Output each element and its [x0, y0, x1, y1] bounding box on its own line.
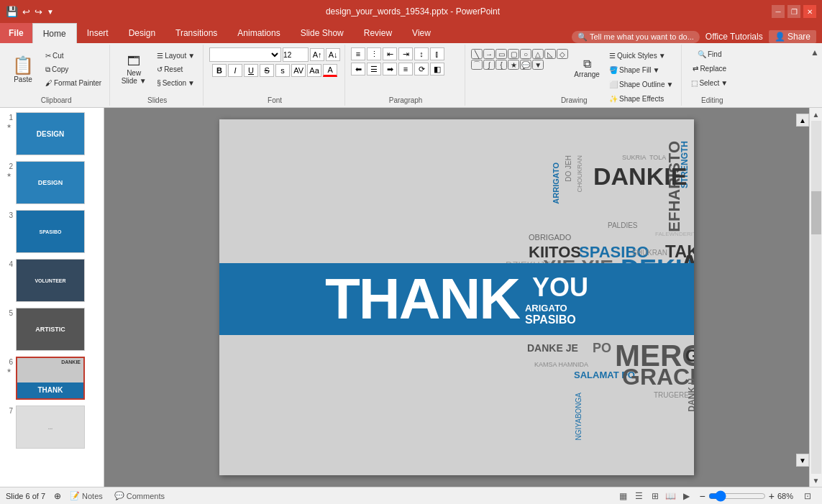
new-slide-button[interactable]: 🗔 NewSlide ▼ [116, 50, 152, 90]
shape-fill-button[interactable]: 🪣 Shape Fill ▼ [606, 63, 677, 76]
select-button[interactable]: ⬚ Select ▼ [688, 76, 731, 89]
font-color-button[interactable]: A [323, 64, 337, 77]
shadow-button[interactable]: s [275, 64, 290, 77]
save-icon[interactable]: 💾 [6, 6, 18, 17]
justify-button[interactable]: ≡ [398, 63, 413, 75]
zoom-out-button[interactable]: − [700, 490, 705, 502]
shape-curve-btn[interactable]: ⌒ [471, 60, 483, 70]
change-case-button[interactable]: Aa [307, 64, 321, 77]
shape-line-btn[interactable]: ╲ [471, 49, 483, 59]
slide-thumb-7[interactable]: 7 ... [3, 404, 101, 450]
zoom-slider[interactable] [708, 492, 766, 500]
shape-diamond-btn[interactable]: ◇ [557, 49, 568, 59]
shape-curve2-btn[interactable]: ∫ [483, 60, 495, 70]
comments-button[interactable]: 💬 Comments [111, 491, 168, 500]
shape-callout-btn[interactable]: 💬 [520, 60, 531, 70]
shape-outline-button[interactable]: ⬜ Shape Outline ▼ [606, 78, 677, 91]
shape-bracket-btn[interactable]: { [496, 60, 507, 70]
undo-icon[interactable]: ↩ [22, 6, 30, 17]
slide-canvas[interactable]: THANK YOU ARIGATO SPASIBO EFHARISTO STRE… [219, 119, 694, 475]
customize-icon[interactable]: ▼ [47, 8, 54, 16]
tab-file[interactable]: File [0, 23, 32, 43]
reading-view-button[interactable]: 📖 [664, 489, 678, 503]
slide-thumb-3[interactable]: 3 SPASIBO [3, 209, 101, 255]
convert-to-smartart-button[interactable]: ◧ [430, 63, 444, 75]
char-spacing-button[interactable]: AV [291, 64, 306, 77]
scroll-up-button[interactable]: ▲ [810, 108, 823, 121]
canvas-scroll-down[interactable]: ▼ [796, 454, 809, 467]
layout-button[interactable]: ☰ Layout ▼ [153, 50, 198, 63]
tab-slideshow[interactable]: Slide Show [291, 23, 354, 43]
tab-animations[interactable]: Animations [227, 23, 290, 43]
bold-button[interactable]: B [212, 64, 227, 77]
underline-button[interactable]: U [244, 64, 258, 77]
tab-home[interactable]: Home [32, 23, 77, 43]
strikethrough-button[interactable]: S [260, 64, 274, 77]
ribbon-group-slides: 🗔 NewSlide ▼ ☰ Layout ▼ ↺ Reset § Sectio… [111, 45, 204, 106]
scroll-thumb[interactable] [811, 191, 821, 234]
notes-button[interactable]: 📝 Notes [67, 491, 106, 500]
tab-view[interactable]: View [402, 23, 441, 43]
cut-button[interactable]: ✂ Cut [42, 50, 105, 63]
copy-button[interactable]: ⧉ Copy [42, 63, 105, 76]
format-painter-button[interactable]: 🖌 Format Painter [42, 77, 105, 90]
paste-button[interactable]: 📋 Paste [7, 50, 39, 90]
increase-indent-button[interactable]: ⇥ [398, 47, 413, 60]
font-family-select[interactable] [209, 47, 281, 62]
align-left-button[interactable]: ⬅ [351, 63, 365, 75]
tab-design[interactable]: Design [119, 23, 165, 43]
shape-more-btn[interactable]: ▼ [532, 60, 544, 70]
fit-to-window-button[interactable]: ⊡ [799, 489, 816, 503]
line-spacing-button[interactable]: ↕ [414, 47, 429, 60]
find-button[interactable]: 🔍 Find [694, 47, 725, 60]
reset-button[interactable]: ↺ Reset [153, 63, 198, 76]
zoom-in-button[interactable]: + [769, 490, 775, 502]
slide-thumb-2[interactable]: 2 ★ DESIGN [3, 160, 101, 206]
minimize-button[interactable]: ─ [772, 5, 785, 18]
close-button[interactable]: ✕ [803, 5, 816, 18]
collapse-ribbon-button[interactable]: ▲ [810, 47, 819, 58]
font-size-input[interactable] [283, 47, 309, 62]
shape-arrow-btn[interactable]: → [483, 49, 495, 59]
share-button[interactable]: 👤 Share [769, 30, 816, 43]
restore-button[interactable]: ❐ [787, 5, 800, 18]
decrease-font-button[interactable]: A↓ [326, 48, 340, 61]
replace-button[interactable]: ⇄ Replace [689, 62, 730, 75]
text-direction-button[interactable]: ⟳ [414, 63, 429, 75]
arrange-button[interactable]: ⧉ Arrange [571, 47, 603, 88]
tell-me-input[interactable]: 🔍 Tell me what you want to do... [572, 31, 700, 43]
shape-triangle-btn[interactable]: △ [532, 49, 544, 59]
shape-rect-btn[interactable]: ▭ [496, 49, 507, 59]
italic-button[interactable]: I [228, 64, 242, 77]
slideshow-button[interactable]: ▶ [680, 489, 694, 503]
slide-thumb-4[interactable]: 4 VOLUNTEER [3, 257, 101, 303]
zoom-level[interactable]: 68% [777, 492, 793, 500]
tab-review[interactable]: Review [354, 23, 402, 43]
slide-thumb-5[interactable]: 5 ARTISTIC [3, 306, 101, 352]
align-center-button[interactable]: ☰ [367, 63, 381, 75]
normal-view-button[interactable]: ▦ [616, 489, 631, 503]
increase-font-button[interactable]: A↑ [310, 48, 324, 61]
shape-rounded-rect-btn[interactable]: ▢ [508, 49, 519, 59]
align-right-button[interactable]: ➡ [383, 63, 397, 75]
tab-transitions[interactable]: Transitions [165, 23, 227, 43]
decrease-indent-button[interactable]: ⇤ [383, 47, 397, 60]
tab-insert[interactable]: Insert [77, 23, 119, 43]
canvas-scroll-up[interactable]: ▲ [796, 114, 809, 127]
shape-rt-triangle-btn[interactable]: ◺ [544, 49, 556, 59]
outline-view-button[interactable]: ☰ [632, 489, 647, 503]
bullet-list-button[interactable]: ≡ [351, 47, 365, 60]
redo-icon[interactable]: ↪ [35, 6, 42, 17]
number-list-button[interactable]: ⋮ [367, 47, 381, 60]
slide-sorter-button[interactable]: ⊞ [648, 489, 662, 503]
slide-thumb-6[interactable]: 6 ★ THANK DANKIE [3, 355, 101, 401]
quick-styles-button[interactable]: ☰ Quick Styles ▼ [606, 49, 677, 62]
scroll-down-button[interactable]: ▼ [810, 474, 823, 487]
columns-button[interactable]: ⫿ [430, 47, 444, 60]
section-button[interactable]: § Section ▼ [153, 77, 198, 90]
shape-star-btn[interactable]: ★ [508, 60, 519, 70]
window-controls: ─ ❐ ✕ [772, 5, 816, 18]
slide-thumb-1[interactable]: 1 ★ DESIGN [3, 111, 101, 157]
office-tutorials-link[interactable]: Office Tutorials [705, 32, 763, 42]
shape-oval-btn[interactable]: ○ [520, 49, 531, 59]
